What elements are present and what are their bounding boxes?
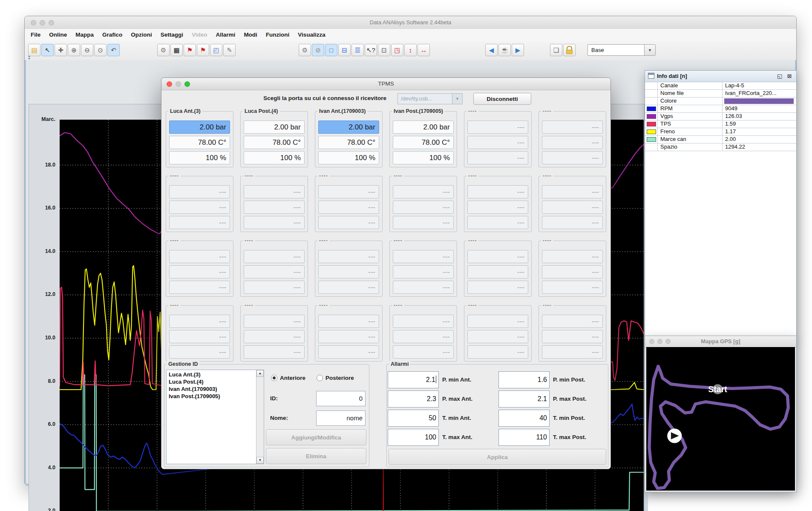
- sensor-battery-field[interactable]: ---: [318, 345, 379, 359]
- menu-modi[interactable]: Modi: [239, 29, 262, 41]
- sensor-temp-field[interactable]: ---: [467, 330, 528, 343]
- graph-settings-button[interactable]: ⚙: [299, 44, 311, 56]
- list-item[interactable]: Ivan Post.(1709005): [167, 393, 256, 400]
- menu-allarmi[interactable]: Allarmi: [212, 29, 240, 41]
- sensor-battery-field[interactable]: ---: [542, 151, 603, 164]
- sensor-temp-field[interactable]: ---: [393, 265, 454, 278]
- sensor-temp-field[interactable]: ---: [244, 330, 305, 343]
- flag-marker-button[interactable]: ⚑: [184, 44, 196, 56]
- sensor-temp-field[interactable]: ---: [542, 201, 603, 214]
- sensor-pressure-field[interactable]: ---: [244, 250, 305, 263]
- sensor-temp-field[interactable]: ---: [393, 330, 454, 343]
- sensor-battery-field[interactable]: ---: [467, 151, 528, 164]
- sensor-pressure-field[interactable]: ---: [169, 315, 230, 328]
- sensor-temp-field[interactable]: ---: [169, 330, 230, 343]
- sensor-pressure-field[interactable]: ---: [393, 250, 454, 263]
- sensor-temp-field[interactable]: ---: [169, 201, 230, 214]
- panel-collapse-arrows[interactable]: ▲▼: [28, 55, 31, 60]
- info-row-freno[interactable]: Freno1.17: [645, 128, 796, 136]
- sensor-battery-field[interactable]: 100 %: [244, 151, 305, 164]
- info-row-canale[interactable]: CanaleLap-4-5: [645, 82, 796, 90]
- acquisition-settings-button[interactable]: ⚙: [157, 44, 170, 56]
- single-window-button[interactable]: □: [325, 44, 337, 56]
- sensor-temp-field[interactable]: 78.00 C°: [244, 136, 305, 149]
- id-input[interactable]: 0: [316, 391, 366, 406]
- sensor-temp-field[interactable]: 78.00 C°: [318, 136, 379, 149]
- sensor-pressure-field[interactable]: 2.00 bar: [393, 121, 454, 134]
- sensor-battery-field[interactable]: 100 %: [169, 151, 230, 164]
- sensor-pressure-field[interactable]: ---: [542, 121, 603, 134]
- sensor-temp-field[interactable]: ---: [542, 265, 603, 278]
- profile-select[interactable]: Base ▼: [587, 44, 656, 56]
- alarm-input-t-max-post-[interactable]: 110: [498, 429, 550, 446]
- sensor-pressure-field[interactable]: ---: [169, 185, 230, 198]
- sensor-pressure-field[interactable]: ---: [393, 315, 454, 328]
- alarm-input-p-max-post-[interactable]: 2.1: [498, 390, 550, 408]
- menu-opzioni[interactable]: Opzioni: [127, 29, 156, 41]
- best-lap-button[interactable]: ☕: [498, 44, 511, 56]
- nome-input[interactable]: nome: [316, 411, 366, 426]
- fit-vertical-button[interactable]: ↕: [404, 44, 417, 56]
- menu-mappa[interactable]: Mappa: [71, 29, 98, 41]
- alarm-input-p-min-ant-[interactable]: 2.1: [388, 371, 439, 388]
- menu-funzioni[interactable]: Funzioni: [262, 29, 294, 41]
- comment-button[interactable]: ✎: [223, 44, 236, 56]
- sensor-battery-field[interactable]: ---: [169, 345, 230, 359]
- sensor-pressure-field[interactable]: 2.00 bar: [318, 121, 379, 134]
- sensor-pressure-field[interactable]: ---: [244, 315, 305, 328]
- sensor-temp-field[interactable]: 78.00 C°: [169, 136, 230, 149]
- radio-posteriore[interactable]: Posteriore: [317, 375, 354, 381]
- apply-button[interactable]: Applica: [389, 449, 606, 465]
- sensor-pressure-field[interactable]: 2.00 bar: [169, 121, 230, 134]
- sensor-temp-field[interactable]: ---: [318, 265, 379, 278]
- info-row-colore[interactable]: Colore: [645, 98, 796, 105]
- info-row-rpm[interactable]: RPM9049: [645, 105, 796, 113]
- sensor-pressure-field[interactable]: ---: [244, 185, 305, 198]
- sensor-pressure-field[interactable]: ---: [542, 250, 603, 263]
- delete-button[interactable]: Elimina: [266, 448, 366, 464]
- sensor-temp-field[interactable]: ---: [244, 201, 305, 214]
- sensor-battery-field[interactable]: ---: [393, 216, 454, 229]
- port-select[interactable]: /dev/tty.usb... ▼: [397, 93, 463, 104]
- flag-red-button[interactable]: ⚑: [197, 44, 209, 56]
- copy-button[interactable]: ❏: [550, 44, 562, 56]
- sensor-battery-field[interactable]: ---: [393, 345, 454, 359]
- sensor-pressure-field[interactable]: ---: [467, 185, 528, 198]
- sensor-battery-field[interactable]: 100 %: [393, 151, 454, 164]
- alarm-input-t-min-post-[interactable]: 40: [498, 410, 550, 427]
- zoom-window-button[interactable]: ⊙: [94, 44, 107, 56]
- id-list[interactable]: Luca Ant.(3)Luca Post.(4)Ivan Ant.(17090…: [166, 370, 264, 464]
- list-item[interactable]: Luca Ant.(3): [167, 371, 256, 378]
- sensor-temp-field[interactable]: ---: [393, 201, 454, 214]
- radio-anteriore[interactable]: Anteriore: [271, 375, 305, 381]
- sensor-battery-field[interactable]: ---: [542, 216, 603, 229]
- add-modify-button[interactable]: Aggiungi/Modifica: [266, 429, 366, 445]
- sensor-battery-field[interactable]: ---: [542, 345, 603, 359]
- expand-view-button[interactable]: ◰: [210, 44, 222, 56]
- sensor-temp-field[interactable]: ---: [542, 330, 603, 343]
- id-list-scrollbar[interactable]: ▲ ▼: [256, 370, 264, 464]
- alarm-input-p-min-post-[interactable]: 1.6: [498, 371, 550, 388]
- sensor-pressure-field[interactable]: ---: [467, 121, 528, 134]
- menu-online[interactable]: Online: [45, 29, 71, 41]
- list-view-button[interactable]: ☰: [351, 44, 364, 56]
- sensor-temp-field[interactable]: ---: [542, 136, 603, 149]
- scroll-up-icon[interactable]: ▲: [256, 370, 264, 377]
- split-window-button[interactable]: ⊟: [338, 44, 351, 56]
- info-row-nome-file[interactable]: Nome fileIvan_FRCorta_220...: [645, 90, 796, 98]
- disconnect-button[interactable]: Disconnetti: [473, 93, 531, 105]
- sensor-pressure-field[interactable]: ---: [467, 250, 528, 263]
- sensor-battery-field[interactable]: ---: [244, 281, 305, 294]
- alarm-input-t-max-ant-[interactable]: 100: [388, 429, 439, 446]
- menu-grafico[interactable]: Grafico: [98, 29, 127, 41]
- sensor-temp-field[interactable]: ---: [318, 201, 379, 214]
- lock-button[interactable]: [563, 44, 576, 56]
- sensor-temp-field[interactable]: ---: [467, 201, 528, 214]
- sensor-temp-field[interactable]: ---: [244, 265, 305, 278]
- zoom-undo-button[interactable]: ↶: [107, 44, 120, 56]
- sensor-battery-field[interactable]: ---: [244, 345, 305, 359]
- sensor-pressure-field[interactable]: ---: [318, 315, 379, 328]
- sensor-pressure-field[interactable]: 2.00 bar: [244, 121, 305, 134]
- info-row-marce-can[interactable]: Marce can2.00: [645, 136, 796, 144]
- sensor-temp-field[interactable]: ---: [467, 136, 528, 149]
